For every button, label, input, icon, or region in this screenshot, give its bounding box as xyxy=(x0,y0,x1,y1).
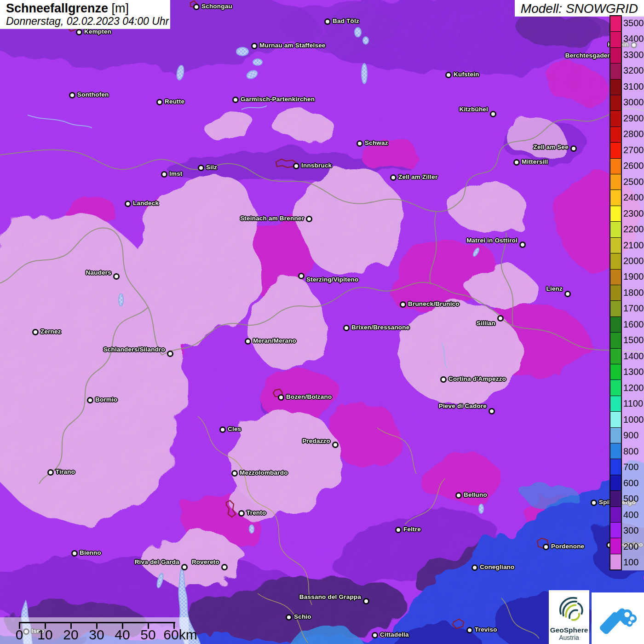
colorbar-cell xyxy=(610,459,621,475)
city-dot-icon xyxy=(32,329,39,335)
city-dot-icon xyxy=(489,408,495,414)
city-label: Bassano del Grappa xyxy=(299,593,361,600)
city-dot-icon xyxy=(156,99,163,105)
colorbar-tick-label: 2700 xyxy=(622,142,644,158)
city-label: Bozen/Bolzano xyxy=(286,393,332,400)
city-dot-icon xyxy=(445,72,452,78)
city-label: Predazzo xyxy=(302,437,330,444)
colorbar-cell xyxy=(610,238,621,253)
city-label: Zell am Ziller xyxy=(398,173,437,180)
city-label: Kitzbühel xyxy=(459,106,488,113)
colorbar-tick-label: 3200 xyxy=(622,63,644,78)
city-dot-icon xyxy=(390,174,397,181)
colorbar-cell xyxy=(610,380,621,396)
city-label: Lienz xyxy=(546,285,563,292)
scale-bar-label: 40 xyxy=(115,627,130,643)
city-dot-icon xyxy=(167,351,173,357)
city-label: Silz xyxy=(206,164,217,171)
city-label: Feltre xyxy=(403,526,421,533)
colorbar-cell xyxy=(610,111,621,126)
colorbar-tick-label: 1900 xyxy=(622,269,644,285)
city-dot-icon xyxy=(47,469,54,476)
colorbar-cell xyxy=(610,428,621,443)
colorbar-cell xyxy=(610,95,621,111)
colorbar-cell xyxy=(610,364,621,380)
colorbar-tick-label: 2800 xyxy=(622,126,644,142)
scale-bar: 0102030405060km xyxy=(0,617,189,644)
city-dot-icon xyxy=(372,632,378,638)
city-label: Innsbruck xyxy=(301,162,332,169)
city-dot-icon xyxy=(221,564,228,570)
city-label: Schlanders/Silandro xyxy=(104,346,165,353)
geosphere-logo-icon xyxy=(554,593,584,623)
colorbar-tick-label: 700 xyxy=(622,460,644,475)
city-label: Schio xyxy=(294,613,311,620)
colorbar-cell xyxy=(610,190,621,206)
colorbar-cell xyxy=(610,143,621,158)
scale-bar-label: 60km xyxy=(163,627,197,643)
city-label: Pieve di Cadore xyxy=(439,402,487,409)
city-label: Schwaz xyxy=(365,139,388,146)
geosphere-logo-text: GeoSphere xyxy=(549,626,589,634)
colorbar-cell xyxy=(610,523,621,538)
city-label: Garmisch-Partenkirchen xyxy=(241,96,315,103)
city-label: Sonthofen xyxy=(77,91,109,98)
city-layer: SchongauBad TölzKemptenMurnau am Staffel… xyxy=(0,0,644,644)
page-title: Schneefallgrenze [m] xyxy=(6,2,170,15)
city-dot-icon xyxy=(490,111,496,117)
city-dot-icon xyxy=(69,92,75,98)
snowfall-map-page: SchongauBad TölzKemptenMurnau am Staffel… xyxy=(0,0,644,644)
colorbar-cell xyxy=(610,32,621,47)
city-label: Bormio xyxy=(95,396,117,403)
scale-bar-label: 10 xyxy=(37,627,52,643)
title-datetime: Donnerstag, 02.02.2023 04:00 Uhr xyxy=(6,15,170,28)
city-label: Landeck xyxy=(133,200,159,207)
colorbar-tick-label: 1000 xyxy=(622,412,644,427)
colorbar-cell xyxy=(610,206,621,222)
city-label: Kufstein xyxy=(454,71,479,78)
city-dot-icon xyxy=(87,397,93,403)
city-label: Cittadella xyxy=(380,631,409,638)
city-dot-icon xyxy=(181,564,188,570)
colorbar-cell xyxy=(610,285,621,301)
city-dot-icon xyxy=(251,43,258,49)
city-dot-icon xyxy=(231,470,238,477)
colorbar-cell xyxy=(610,127,621,143)
city-label: Tirano xyxy=(56,468,75,475)
city-dot-icon xyxy=(298,273,305,279)
city-dot-icon xyxy=(570,145,577,152)
city-label: Schongau xyxy=(201,3,232,10)
colorbar-tick-label: 400 xyxy=(622,507,644,523)
city-label: Zell am See xyxy=(534,144,569,150)
city-dot-icon xyxy=(286,614,292,621)
city-dot-icon xyxy=(125,201,131,207)
colorbar-cell xyxy=(610,333,621,348)
city-dot-icon xyxy=(219,426,226,433)
city-label: Nauders xyxy=(86,269,111,276)
geosphere-logo-subtext: Austria xyxy=(549,634,589,641)
colorbar-tick-label: 2100 xyxy=(622,237,644,253)
colorbar-tick-label: 3400 xyxy=(622,31,644,46)
colorbar-tick-label: 3500 xyxy=(622,15,644,31)
colorbar-tick-label: 3000 xyxy=(622,94,644,110)
city-dot-icon xyxy=(324,18,331,25)
colorbar-cell xyxy=(610,48,621,63)
colorbar-cell xyxy=(610,63,621,79)
city-label: Murnau am Staffelsee xyxy=(259,42,326,49)
city-label: Berchtesgaden xyxy=(565,52,611,59)
colorbar-cell xyxy=(610,159,621,174)
geosphere-logo-box: GeoSphere Austria xyxy=(549,590,589,644)
city-dot-icon xyxy=(193,4,200,10)
colorbar-tick-label: 100 xyxy=(622,554,644,570)
colorbar-cell xyxy=(610,222,621,237)
city-label: Imst xyxy=(169,170,183,177)
colorbar-tick-label: 2200 xyxy=(622,221,644,237)
city-dot-icon xyxy=(356,140,363,147)
city-label: Sterzing/Vipiteno xyxy=(306,276,358,283)
city-label: Bad Tölz xyxy=(333,17,359,24)
city-label: Mezzolombardo xyxy=(240,469,288,476)
city-dot-icon xyxy=(343,325,350,331)
colorbar-tick-label: 1200 xyxy=(622,380,644,396)
city-dot-icon xyxy=(238,510,245,517)
city-label: Belluno xyxy=(464,491,487,498)
